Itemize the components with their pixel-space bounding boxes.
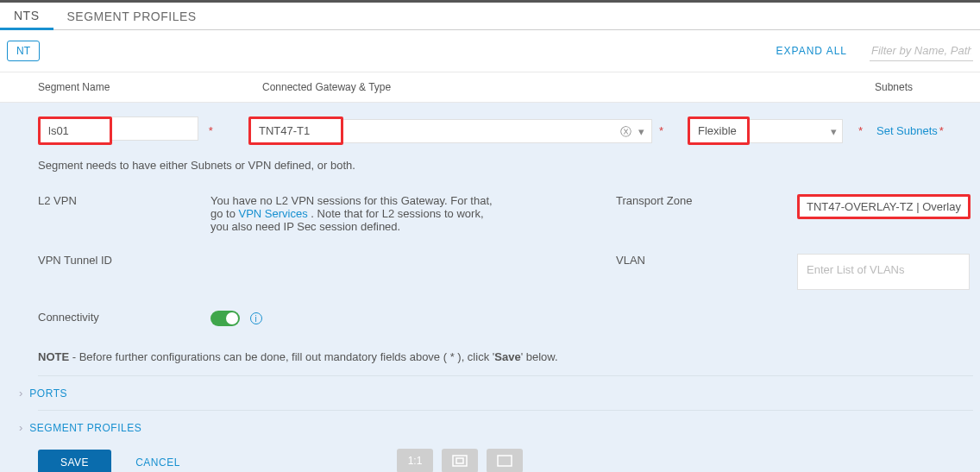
required-marker: *: [209, 124, 213, 137]
toolbar: NT EXPAND ALL: [0, 30, 980, 72]
note-text: NOTE - Before further configurations can…: [0, 335, 980, 375]
form-body: * ⓧ ▾ * ▾ * Set Sub: [0, 103, 980, 472]
connectivity-toggle[interactable]: [210, 311, 240, 326]
chevron-down-icon[interactable]: ▾: [831, 124, 837, 137]
header-connected-gateway: Connected Gateway & Type: [262, 81, 875, 93]
info-icon[interactable]: i: [250, 312, 262, 324]
column-headers: Segment Name Connected Gateway & Type Su…: [0, 72, 980, 103]
vpn-services-link[interactable]: VPN Services: [239, 207, 308, 220]
required-marker: *: [659, 124, 663, 137]
svg-rect-1: [456, 458, 463, 463]
save-button[interactable]: SAVE: [38, 450, 111, 472]
chevron-right-icon: ›: [19, 421, 22, 434]
ports-accordion[interactable]: › PORTS: [0, 376, 980, 410]
header-segment-name: Segment Name: [38, 81, 262, 93]
svg-rect-2: [498, 456, 512, 466]
tabs: NTS SEGMENT PROFILES: [0, 3, 980, 30]
add-segment-button[interactable]: NT: [7, 41, 40, 61]
connectivity-label: Connectivity: [38, 311, 210, 324]
transport-zone-label: Transport Zone: [616, 194, 797, 207]
fit-screen-icon[interactable]: [442, 449, 478, 472]
segment-profiles-accordion[interactable]: › SEGMENT PROFILES: [0, 411, 980, 444]
segment-name-input[interactable]: [41, 119, 106, 142]
type-select[interactable]: [690, 119, 747, 142]
cancel-button[interactable]: CANCEL: [135, 456, 180, 469]
svg-rect-0: [453, 456, 467, 466]
transport-zone-select[interactable]: TNT47-OVERLAY-TZ | Overlay: [797, 194, 971, 219]
fullscreen-icon[interactable]: [487, 449, 523, 472]
l2vpn-label: L2 VPN: [38, 194, 210, 207]
tab-segments[interactable]: NTS: [0, 3, 53, 30]
vlan-input[interactable]: Enter List of VLANs: [797, 254, 970, 290]
chevron-down-icon[interactable]: ▾: [638, 125, 644, 136]
subnet-hint: Segment needs to have either Subnets or …: [0, 159, 980, 186]
vpn-tunnel-label: VPN Tunnel ID: [38, 254, 210, 267]
tab-segment-profiles[interactable]: SEGMENT PROFILES: [53, 4, 210, 28]
filter-input[interactable]: [870, 41, 973, 61]
set-subnets-link[interactable]: Set Subnets*: [876, 124, 951, 137]
clear-icon[interactable]: ⓧ: [620, 125, 631, 136]
l2vpn-text: You have no L2 VPN sessions for this Gat…: [210, 194, 616, 233]
gateway-input[interactable]: [251, 119, 337, 142]
vlan-label: VLAN: [616, 254, 797, 267]
chevron-right-icon: ›: [19, 387, 22, 400]
header-subnets: Subnets: [875, 81, 973, 93]
expand-all-link[interactable]: EXPAND ALL: [776, 45, 847, 57]
zoom-actual-icon[interactable]: 1:1: [397, 449, 433, 472]
required-marker: *: [858, 124, 863, 137]
